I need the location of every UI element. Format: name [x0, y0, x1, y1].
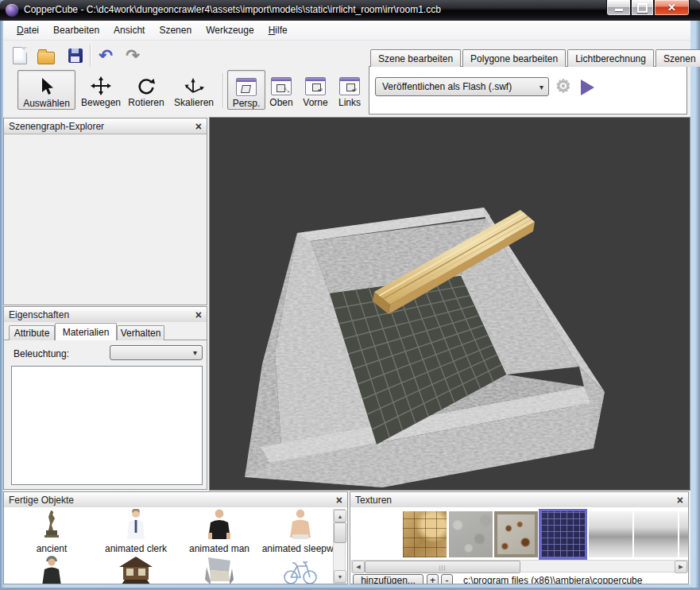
toolbar-separator [90, 45, 91, 67]
tab-polygone-bearbeiten[interactable]: Polygone bearbeiten [462, 49, 566, 67]
toolbar-separator [222, 73, 224, 108]
texture-thumb-gold-mosaic[interactable] [403, 511, 447, 557]
textures-panel: Texturen × ◀ ||| ▶ hinzufügen... + - c:\… [350, 491, 689, 584]
new-file-button[interactable] [10, 45, 30, 66]
maximize-button[interactable] [631, 0, 654, 16]
menu-hilfe[interactable]: Hilfe [261, 22, 295, 38]
tab-attribute[interactable]: Attribute [9, 325, 55, 340]
menu-ansicht[interactable]: Ansicht [106, 22, 152, 38]
object-item-ancient[interactable]: ancient [12, 509, 91, 554]
tab-szenen[interactable]: Szenen [656, 49, 700, 67]
textures-scroll-thumb[interactable]: ||| [365, 561, 520, 573]
texture-thumb-blue-grid-selected[interactable] [541, 511, 585, 557]
plus-button[interactable]: + [427, 574, 439, 584]
lighting-label: Beleuchtung: [14, 348, 69, 359]
application-window: CopperCube - C:\dc4work\dungeoncrawler4\… [0, 0, 700, 590]
texture-thumb-concrete[interactable] [449, 511, 493, 557]
properties-panel: Eigenschaften × Attribute Materialien Ve… [3, 306, 207, 490]
publish-target-dropdown[interactable]: Veröffentlichen als Flash (.swf) ▾ [375, 77, 549, 96]
new-document-icon [13, 47, 27, 64]
scroll-right-icon[interactable]: ▶ [675, 561, 687, 573]
materials-listbox[interactable] [11, 366, 203, 485]
properties-close-icon[interactable]: × [195, 309, 202, 320]
tab-materialien[interactable]: Materialien [55, 323, 117, 340]
textures-close-icon[interactable]: × [677, 495, 683, 506]
scenegraph-panel-title: Szenengraph-Explorer [9, 121, 104, 132]
add-texture-button[interactable]: hinzufügen... [353, 574, 423, 584]
scale-arrows-icon [184, 76, 204, 95]
menu-bar: Datei Bearbeiten Ansicht Szenen Werkzeug… [3, 21, 690, 41]
tool-scale-button[interactable]: Skalieren [170, 70, 218, 108]
redo-button[interactable]: ↷ [122, 45, 143, 65]
tool-rotate-button[interactable]: Rotieren [126, 70, 167, 108]
window-title: CopperCube - C:\dc4work\dungeoncrawler4\… [24, 4, 441, 15]
minimize-button[interactable] [606, 0, 631, 16]
move-cross-icon [91, 76, 111, 95]
armchair-icon [203, 556, 235, 584]
lighting-dropdown[interactable]: ▾ [110, 345, 203, 360]
prefab-panel-title: Fertige Objekte [9, 495, 74, 506]
viewport-3d[interactable] [209, 117, 690, 491]
publish-settings-button[interactable]: ⚙ [555, 77, 571, 95]
clerk-figure-icon [124, 509, 148, 539]
mode-tab-strip: Szene bearbeiten Polygone bearbeiten Lic… [370, 49, 700, 67]
rotate-circle-icon [137, 76, 156, 95]
object-item-soldier[interactable] [12, 556, 91, 584]
tool-move-button[interactable]: Bewegen [78, 70, 124, 108]
textures-panel-header: Texturen × [350, 492, 688, 508]
chevron-down-icon: ▾ [193, 348, 197, 357]
properties-panel-title: Eigenschaften [9, 309, 69, 320]
maximize-icon [637, 3, 648, 13]
scenegraph-panel-header: Szenengraph-Explorer × [4, 118, 207, 134]
scenegraph-close-icon[interactable]: × [195, 121, 202, 132]
texture-thumb-cloud-1[interactable] [589, 511, 632, 557]
properties-body: Attribute Materialien Verhalten Beleucht… [4, 322, 207, 489]
undo-button[interactable]: ↶ [95, 45, 116, 65]
chevron-down-icon: ▾ [540, 83, 543, 91]
title-bar: CopperCube - C:\dc4work\dungeoncrawler4\… [0, 0, 700, 21]
view-perspective-button[interactable]: Persp. [227, 70, 265, 110]
textures-horizontal-scrollbar[interactable]: ◀ ||| ▶ [351, 560, 688, 573]
bicycle-icon [283, 556, 318, 584]
tab-lichtberechnung[interactable]: Lichtberechnung [567, 49, 654, 67]
close-button[interactable]: ✕ [654, 0, 690, 16]
soldier-figure-icon [40, 556, 64, 584]
tab-szene-bearbeiten[interactable]: Szene bearbeiten [370, 49, 461, 67]
texture-thumb-rusted-plate[interactable] [494, 511, 538, 557]
save-button[interactable] [65, 45, 86, 66]
menu-szenen[interactable]: Szenen [152, 22, 199, 38]
view-front-button[interactable]: ↵ Vorne [299, 70, 332, 108]
redo-icon: ↷ [126, 47, 140, 64]
prefab-close-icon[interactable]: × [336, 495, 342, 506]
tab-verhalten[interactable]: Verhalten [117, 325, 164, 340]
cursor-arrow-icon [38, 77, 56, 96]
object-item-animated-clerk[interactable]: animated clerk [96, 509, 176, 554]
play-test-button[interactable] [581, 80, 594, 95]
save-floppy-icon [68, 49, 83, 63]
object-item-armchair[interactable] [180, 556, 259, 584]
object-item-animated-sleepwalker[interactable]: animated sleepwa [261, 509, 340, 554]
view-top-button[interactable]: ⤡ Oben [267, 70, 296, 108]
view-left-button[interactable]: ↵ Links [335, 70, 365, 108]
tool-select-button[interactable]: Auswählen [17, 70, 75, 110]
menu-werkzeuge[interactable]: Werkzeuge [199, 22, 261, 38]
open-folder-icon [37, 52, 55, 64]
prefab-panel-header: Fertige Objekte × [4, 492, 347, 508]
menu-bearbeiten[interactable]: Bearbeiten [46, 22, 106, 38]
menu-datei[interactable]: Datei [10, 22, 46, 38]
object-item-house[interactable] [96, 556, 176, 584]
minus-button[interactable]: - [441, 574, 453, 584]
objects-scroll-thumb[interactable] [334, 522, 346, 543]
objects-vertical-scrollbar[interactable]: ▲ ▼ [333, 509, 346, 584]
viewport-render [210, 118, 690, 490]
scroll-down-icon[interactable]: ▼ [334, 570, 346, 583]
coppercube-app-icon[interactable] [6, 4, 18, 17]
scroll-up-icon[interactable]: ▲ [334, 510, 346, 522]
texture-thumb-cloud-3[interactable] [679, 511, 688, 557]
texture-thumb-cloud-2[interactable] [634, 511, 678, 557]
scroll-left-icon[interactable]: ◀ [352, 561, 365, 573]
object-item-bicycle[interactable] [261, 556, 340, 584]
open-file-button[interactable] [36, 45, 56, 66]
object-item-animated-man[interactable]: animated man [180, 509, 259, 554]
properties-panel-header: Eigenschaften × [4, 307, 207, 323]
